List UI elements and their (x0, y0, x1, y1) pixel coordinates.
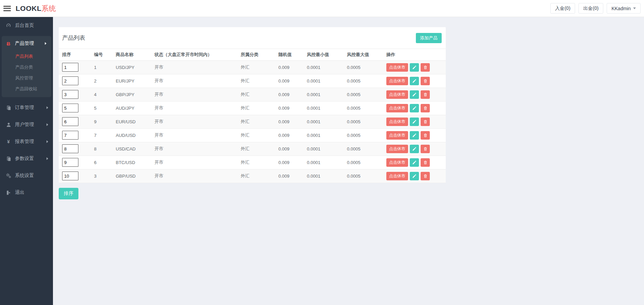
chevron-right-icon (47, 157, 48, 160)
sidebar-item-label: 用户管理 (15, 122, 34, 128)
sort-order-input[interactable] (62, 76, 78, 85)
delete-button[interactable] (421, 77, 430, 85)
deposit-button[interactable]: 入金(0) (550, 3, 575, 14)
edit-button[interactable] (410, 145, 419, 153)
sort-order-input[interactable] (62, 117, 78, 126)
close-market-button[interactable]: 点击休市 (386, 118, 408, 126)
table-row: 3 GBP/USD 开市 外汇 0.009 0.0001 0.0005 点击休市 (59, 169, 446, 183)
close-market-button[interactable]: 点击休市 (386, 90, 408, 99)
product-status: 开市 (151, 115, 237, 128)
sidebar-item-label: 后台首页 (15, 22, 34, 29)
trash-icon (423, 79, 427, 83)
edit-button[interactable] (410, 172, 419, 180)
sidebar-subitem-risk-management[interactable]: 风控管理 (2, 73, 51, 84)
sort-order-input[interactable] (62, 90, 78, 99)
sort-order-input[interactable] (62, 172, 78, 180)
sidebar-item-label: 退出 (15, 190, 24, 196)
edit-button[interactable] (410, 90, 419, 99)
table-row: 5 AUD/JPY 开市 外汇 0.009 0.0001 0.0005 点击休市 (59, 101, 446, 115)
delete-button[interactable] (421, 158, 430, 167)
edit-button[interactable] (410, 104, 419, 112)
sidebar-item-system-settings[interactable]: 系统设置 (0, 167, 53, 184)
edit-button[interactable] (410, 63, 419, 72)
add-product-button[interactable]: 添加产品 (416, 33, 442, 43)
page-title: 产品列表 (62, 34, 85, 42)
product-risk-min: 0.0001 (303, 60, 344, 74)
edit-button[interactable] (410, 131, 419, 140)
pencil-icon (412, 120, 417, 124)
files-icon (5, 156, 12, 161)
close-market-button[interactable]: 点击休市 (386, 158, 408, 167)
sidebar-item-label: 产品管理 (15, 40, 34, 47)
sort-order-input[interactable] (62, 158, 78, 167)
delete-button[interactable] (421, 63, 430, 72)
delete-button[interactable] (421, 104, 430, 112)
sidebar-item-parameter-settings[interactable]: 参数设置 (0, 150, 53, 167)
table-row: 1 USD/JPY 开市 外汇 0.009 0.0001 0.0005 点击休市 (59, 60, 446, 74)
delete-button[interactable] (421, 145, 430, 153)
chevron-down-icon (633, 7, 636, 9)
pencil-icon (412, 174, 417, 178)
edit-button[interactable] (410, 77, 419, 85)
product-risk-min: 0.0001 (303, 128, 344, 142)
delete-button[interactable] (421, 172, 430, 180)
product-id: 8 (91, 142, 112, 156)
col-header-status: 状态（大盘正常开市时间内） (151, 49, 237, 60)
sidebar-subitem-product-category[interactable]: 产品分类 (2, 62, 51, 73)
sort-submit-button[interactable]: 排序 (59, 188, 78, 199)
menu-toggle-icon[interactable] (3, 6, 11, 11)
close-market-button[interactable]: 点击休市 (386, 63, 408, 72)
product-risk-max: 0.0005 (344, 88, 383, 101)
close-market-button[interactable]: 点击休市 (386, 77, 408, 85)
sidebar-item-product-management[interactable]: Ƀ 产品管理 (2, 36, 51, 51)
sidebar-subitem-product-list[interactable]: 产品列表 (2, 51, 51, 62)
user-menu-label: KKadmin (611, 6, 631, 11)
product-category: 外汇 (237, 115, 275, 128)
sidebar-item-report-management[interactable]: ¥ 报表管理 (0, 133, 53, 150)
sidebar-item-logout[interactable]: 退出 (0, 184, 53, 201)
table-body: 1 USD/JPY 开市 外汇 0.009 0.0001 0.0005 点击休市 (59, 60, 446, 183)
sort-order-input[interactable] (62, 104, 78, 112)
trash-icon (423, 106, 427, 110)
delete-button[interactable] (421, 131, 430, 140)
row-actions: 点击休市 (386, 118, 446, 126)
product-random: 0.009 (275, 60, 303, 74)
user-menu-button[interactable]: KKadmin (607, 3, 641, 14)
product-id: 6 (91, 156, 112, 169)
sort-order-input[interactable] (62, 144, 78, 153)
product-name: GBP/JPY (112, 88, 151, 101)
edit-button[interactable] (410, 118, 419, 126)
close-market-button[interactable]: 点击休市 (386, 104, 408, 112)
withdraw-button[interactable]: 出金(0) (578, 3, 603, 14)
table-header-row: 排序 编号 商品名称 状态（大盘正常开市时间内） 所属分类 随机值 风控最小值 … (59, 49, 446, 60)
product-name: EUR/JPY (112, 74, 151, 88)
pencil-icon (412, 133, 417, 138)
product-random: 0.009 (275, 101, 303, 115)
logo-text-primary: LOOKL (16, 4, 41, 12)
sort-order-input[interactable] (62, 63, 78, 72)
pencil-icon (412, 65, 417, 70)
sidebar-item-order-management[interactable]: 订单管理 (0, 99, 53, 116)
sort-order-input[interactable] (62, 131, 78, 140)
col-header-sort: 排序 (59, 49, 91, 60)
trash-icon (423, 133, 427, 138)
close-market-button[interactable]: 点击休市 (386, 131, 408, 140)
product-category: 外汇 (237, 128, 275, 142)
delete-button[interactable] (421, 90, 430, 99)
sidebar-item-user-management[interactable]: 用户管理 (0, 116, 53, 133)
close-market-button[interactable]: 点击休市 (386, 145, 408, 153)
row-actions: 点击休市 (386, 158, 446, 167)
product-risk-min: 0.0001 (303, 101, 344, 115)
sidebar-item-dashboard[interactable]: 后台首页 (0, 17, 53, 34)
chevron-right-icon (45, 42, 47, 45)
edit-button[interactable] (410, 158, 419, 167)
product-category: 外汇 (237, 74, 275, 88)
product-category: 外汇 (237, 60, 275, 74)
product-status: 开市 (151, 88, 237, 101)
logo-text-accent: 系统 (41, 4, 56, 12)
sidebar: 后台首页 Ƀ 产品管理 产品列表 产品分类 风控管理 产品回收站 订单管理 用户… (0, 17, 53, 305)
col-header-id: 编号 (91, 49, 112, 60)
delete-button[interactable] (421, 118, 430, 126)
close-market-button[interactable]: 点击休市 (386, 172, 408, 180)
sidebar-subitem-product-recycle[interactable]: 产品回收站 (2, 84, 51, 94)
